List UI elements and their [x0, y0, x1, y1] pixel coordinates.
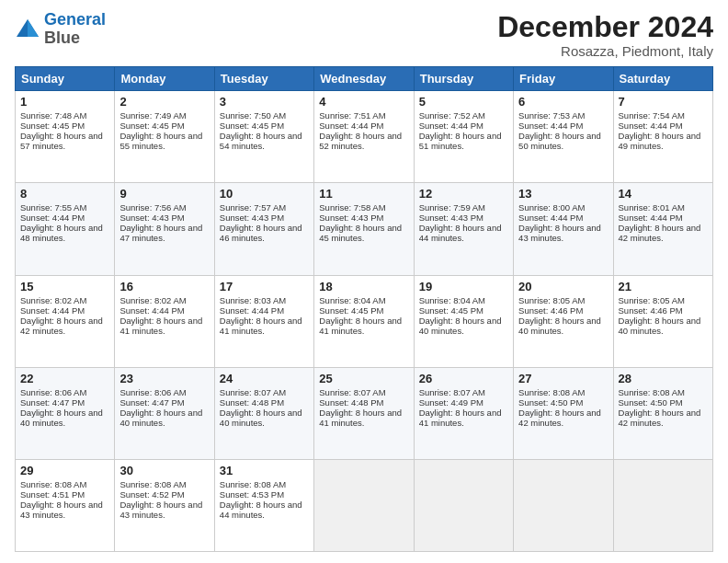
sunset-label: Sunset: 4:44 PM [119, 305, 184, 316]
sunrise-label: Sunrise: 8:08 AM [20, 479, 86, 489]
day-number: 5 [419, 95, 508, 109]
day-cell: 22Sunrise: 8:06 AMSunset: 4:47 PMDayligh… [16, 367, 115, 459]
sunset-label: Sunset: 4:44 PM [20, 213, 85, 223]
sunset-label: Sunset: 4:44 PM [619, 121, 683, 131]
week-row-5: 29Sunrise: 8:08 AMSunset: 4:51 PMDayligh… [16, 459, 713, 551]
sunrise-label: Sunrise: 8:07 AM [220, 387, 286, 397]
sunset-label: Sunset: 4:43 PM [220, 213, 284, 223]
day-cell: 13Sunrise: 8:00 AMSunset: 4:44 PMDayligh… [514, 183, 613, 275]
weekday-saturday: Saturday [613, 67, 712, 91]
sunset-label: Sunset: 4:44 PM [419, 121, 483, 131]
day-cell: 6Sunrise: 7:53 AMSunset: 4:44 PMDaylight… [514, 91, 613, 183]
day-number: 31 [220, 464, 309, 477]
day-cell: 3Sunrise: 7:50 AMSunset: 4:45 PMDaylight… [214, 91, 313, 183]
svg-marker-1 [28, 19, 39, 37]
day-cell: 5Sunrise: 7:52 AMSunset: 4:44 PMDaylight… [414, 91, 513, 183]
daylight-label: Daylight: 8 hours and 44 minutes. [419, 223, 502, 243]
daylight-label: Daylight: 8 hours and 40 minutes. [518, 316, 601, 336]
daylight-label: Daylight: 8 hours and 42 minutes. [619, 408, 701, 428]
sunrise-label: Sunrise: 7:51 AM [319, 110, 385, 121]
sunset-label: Sunset: 4:51 PM [20, 489, 85, 500]
day-cell [314, 459, 414, 551]
daylight-label: Daylight: 8 hours and 40 minutes. [119, 408, 202, 428]
day-number: 17 [220, 280, 309, 293]
sunrise-label: Sunrise: 7:58 AM [319, 202, 385, 213]
week-row-3: 15Sunrise: 8:02 AMSunset: 4:44 PMDayligh… [16, 275, 713, 367]
daylight-label: Daylight: 8 hours and 54 minutes. [220, 131, 302, 151]
day-number: 2 [119, 95, 209, 109]
weekday-wednesday: Wednesday [314, 67, 414, 91]
daylight-label: Daylight: 8 hours and 41 minutes. [119, 316, 202, 336]
sunrise-label: Sunrise: 7:50 AM [220, 110, 286, 121]
day-number: 18 [319, 280, 408, 293]
day-number: 9 [119, 187, 209, 201]
sunrise-label: Sunrise: 7:52 AM [419, 110, 485, 121]
day-cell: 16Sunrise: 8:02 AMSunset: 4:44 PMDayligh… [115, 275, 214, 367]
day-cell [613, 459, 712, 551]
daylight-label: Daylight: 8 hours and 43 minutes. [518, 223, 601, 243]
day-number: 21 [619, 280, 708, 293]
sunrise-label: Sunrise: 7:56 AM [119, 202, 186, 213]
day-number: 14 [619, 187, 708, 201]
day-number: 22 [20, 372, 109, 385]
sunrise-label: Sunrise: 7:49 AM [119, 110, 186, 121]
day-number: 29 [20, 464, 109, 477]
sunrise-label: Sunrise: 8:05 AM [518, 295, 585, 305]
day-number: 12 [419, 187, 508, 201]
day-cell: 29Sunrise: 8:08 AMSunset: 4:51 PMDayligh… [16, 459, 115, 551]
month-title: December 2024 [497, 11, 713, 43]
sunrise-label: Sunrise: 8:08 AM [220, 479, 286, 489]
sunrise-label: Sunrise: 8:06 AM [20, 387, 86, 397]
day-number: 20 [518, 280, 608, 293]
day-cell: 28Sunrise: 8:08 AMSunset: 4:50 PMDayligh… [613, 367, 712, 459]
day-cell: 30Sunrise: 8:08 AMSunset: 4:52 PMDayligh… [115, 459, 214, 551]
day-number: 30 [119, 464, 209, 477]
sunset-label: Sunset: 4:47 PM [119, 397, 184, 408]
sunset-label: Sunset: 4:46 PM [619, 305, 683, 316]
sunrise-label: Sunrise: 7:57 AM [220, 202, 286, 213]
sunset-label: Sunset: 4:50 PM [619, 397, 683, 408]
day-cell: 27Sunrise: 8:08 AMSunset: 4:50 PMDayligh… [514, 367, 613, 459]
sunset-label: Sunset: 4:46 PM [518, 305, 583, 316]
title-block: December 2024 Rosazza, Piedmont, Italy [497, 11, 713, 59]
day-number: 15 [20, 280, 109, 293]
daylight-label: Daylight: 8 hours and 43 minutes. [119, 500, 202, 520]
day-cell [514, 459, 613, 551]
day-number: 3 [220, 95, 309, 109]
daylight-label: Daylight: 8 hours and 48 minutes. [20, 223, 103, 243]
sunset-label: Sunset: 4:50 PM [518, 397, 583, 408]
sunset-label: Sunset: 4:49 PM [419, 397, 483, 408]
day-number: 16 [119, 280, 209, 293]
calendar-body: 1Sunrise: 7:48 AMSunset: 4:45 PMDaylight… [16, 91, 713, 552]
weekday-header-row: SundayMondayTuesdayWednesdayThursdayFrid… [16, 67, 713, 91]
daylight-label: Daylight: 8 hours and 40 minutes. [220, 408, 302, 428]
header: General Blue December 2024 Rosazza, Pied… [15, 11, 713, 59]
sunset-label: Sunset: 4:53 PM [220, 489, 284, 500]
day-cell: 10Sunrise: 7:57 AMSunset: 4:43 PMDayligh… [214, 183, 313, 275]
sunset-label: Sunset: 4:44 PM [220, 305, 284, 316]
day-cell [414, 459, 513, 551]
day-number: 28 [619, 372, 708, 385]
daylight-label: Daylight: 8 hours and 49 minutes. [619, 131, 701, 151]
sunrise-label: Sunrise: 7:54 AM [619, 110, 685, 121]
sunrise-label: Sunrise: 8:08 AM [619, 387, 685, 397]
daylight-label: Daylight: 8 hours and 41 minutes. [220, 316, 302, 336]
sunrise-label: Sunrise: 8:07 AM [319, 387, 385, 397]
daylight-label: Daylight: 8 hours and 55 minutes. [119, 131, 202, 151]
day-cell: 17Sunrise: 8:03 AMSunset: 4:44 PMDayligh… [214, 275, 313, 367]
day-cell: 9Sunrise: 7:56 AMSunset: 4:43 PMDaylight… [115, 183, 214, 275]
day-cell: 2Sunrise: 7:49 AMSunset: 4:45 PMDaylight… [115, 91, 214, 183]
day-cell: 31Sunrise: 8:08 AMSunset: 4:53 PMDayligh… [214, 459, 313, 551]
sunset-label: Sunset: 4:48 PM [319, 397, 383, 408]
sunrise-label: Sunrise: 8:06 AM [119, 387, 186, 397]
sunrise-label: Sunrise: 8:03 AM [220, 295, 286, 305]
day-cell: 19Sunrise: 8:04 AMSunset: 4:45 PMDayligh… [414, 275, 513, 367]
daylight-label: Daylight: 8 hours and 46 minutes. [220, 223, 302, 243]
sunset-label: Sunset: 4:43 PM [419, 213, 483, 223]
sunset-label: Sunset: 4:44 PM [518, 213, 583, 223]
day-cell: 14Sunrise: 8:01 AMSunset: 4:44 PMDayligh… [613, 183, 712, 275]
daylight-label: Daylight: 8 hours and 43 minutes. [20, 500, 103, 520]
sunset-label: Sunset: 4:44 PM [619, 213, 683, 223]
sunset-label: Sunset: 4:44 PM [518, 121, 583, 131]
day-cell: 15Sunrise: 8:02 AMSunset: 4:44 PMDayligh… [16, 275, 115, 367]
